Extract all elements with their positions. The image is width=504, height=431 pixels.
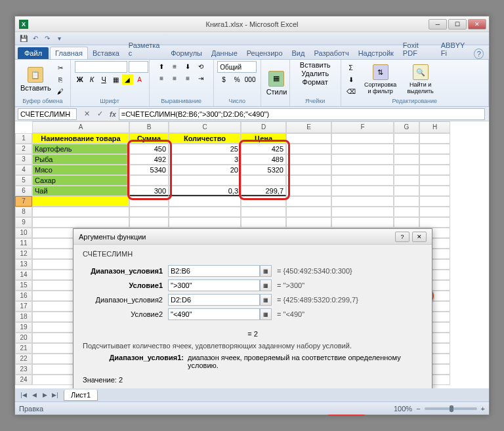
cell[interactable] bbox=[129, 196, 169, 207]
cell[interactable]: 425 bbox=[241, 144, 286, 154]
cell[interactable] bbox=[419, 217, 450, 228]
cell[interactable]: 489 bbox=[241, 154, 286, 165]
paste-button[interactable]: 📋 Вставить bbox=[19, 66, 52, 93]
row-header-23[interactable]: 23 bbox=[15, 364, 32, 375]
tab-formulas[interactable]: Формулы bbox=[166, 47, 207, 59]
range-select-icon[interactable]: ▦ bbox=[260, 294, 272, 306]
row-header-9[interactable]: 9 bbox=[15, 217, 32, 228]
cell[interactable] bbox=[394, 165, 419, 175]
arg-input-0[interactable] bbox=[168, 265, 260, 277]
row-header-7[interactable]: 7 bbox=[15, 196, 32, 207]
save-icon[interactable]: 💾 bbox=[19, 34, 28, 43]
cell[interactable] bbox=[331, 186, 394, 196]
row-header-19[interactable]: 19 bbox=[15, 322, 32, 333]
row-header-14[interactable]: 14 bbox=[15, 270, 32, 280]
cell[interactable] bbox=[241, 217, 286, 228]
fill-icon[interactable]: ◢ bbox=[122, 74, 133, 85]
row-header-5[interactable]: 5 bbox=[15, 175, 32, 186]
underline-icon[interactable]: Ч bbox=[98, 74, 109, 85]
cell[interactable] bbox=[129, 217, 169, 228]
format-painter-icon[interactable]: 🖌 bbox=[54, 86, 66, 96]
dialog-close-button[interactable]: ✕ bbox=[412, 232, 427, 242]
tab-data[interactable]: Данные bbox=[207, 47, 242, 59]
cell[interactable] bbox=[394, 207, 419, 217]
cell[interactable] bbox=[286, 196, 331, 207]
cell[interactable] bbox=[394, 217, 419, 228]
cell[interactable] bbox=[394, 186, 419, 196]
currency-icon[interactable]: $ bbox=[218, 74, 230, 85]
col-header-C[interactable]: C bbox=[169, 121, 241, 133]
cell[interactable]: Наименование товара bbox=[32, 133, 129, 144]
cell[interactable] bbox=[331, 217, 394, 228]
cell[interactable] bbox=[419, 165, 450, 175]
row-header-21[interactable]: 21 bbox=[15, 343, 32, 354]
format-cells-button[interactable]: Формат bbox=[303, 78, 328, 86]
range-select-icon[interactable]: ▦ bbox=[260, 308, 272, 320]
font-select[interactable] bbox=[75, 61, 127, 73]
cell[interactable] bbox=[32, 217, 129, 228]
sheet-tab-1[interactable]: Лист1 bbox=[64, 390, 98, 401]
align-center-icon[interactable]: ≡ bbox=[169, 73, 180, 83]
cell[interactable] bbox=[331, 196, 394, 207]
cell[interactable] bbox=[169, 196, 241, 207]
row-header-13[interactable]: 13 bbox=[15, 259, 32, 270]
cell[interactable] bbox=[331, 154, 394, 165]
insert-cells-button[interactable]: Вставить bbox=[300, 61, 331, 69]
row-header-18[interactable]: 18 bbox=[15, 312, 32, 322]
font-size[interactable] bbox=[129, 61, 148, 73]
row-header-6[interactable]: 6 bbox=[15, 186, 32, 196]
cell[interactable] bbox=[241, 196, 286, 207]
row-header-22[interactable]: 22 bbox=[15, 354, 32, 364]
sheet-prev-icon[interactable]: ◀ bbox=[30, 390, 39, 400]
arg-input-3[interactable] bbox=[168, 308, 260, 320]
copy-icon[interactable]: ⎘ bbox=[54, 74, 66, 85]
range-select-icon[interactable]: ▦ bbox=[260, 279, 272, 291]
cell[interactable] bbox=[394, 144, 419, 154]
row-header-1[interactable]: 1 bbox=[15, 133, 32, 144]
row-header-16[interactable]: 16 bbox=[15, 291, 32, 301]
cell[interactable] bbox=[286, 154, 331, 165]
find-select-button[interactable]: 🔍 Найти и выделить bbox=[402, 63, 440, 96]
cell[interactable] bbox=[331, 175, 394, 186]
clear-icon[interactable]: ⌫ bbox=[345, 86, 357, 96]
col-header-E[interactable]: E bbox=[286, 121, 331, 133]
cell[interactable] bbox=[394, 133, 419, 144]
cell[interactable]: 492 bbox=[129, 154, 169, 165]
cell[interactable] bbox=[394, 175, 419, 186]
align-top-icon[interactable]: ⬆ bbox=[156, 61, 167, 72]
cell[interactable]: 300 bbox=[129, 186, 169, 196]
row-header-3[interactable]: 3 bbox=[15, 154, 32, 165]
range-select-icon[interactable]: ▦ bbox=[260, 265, 272, 277]
cell[interactable] bbox=[241, 175, 286, 186]
row-header-17[interactable]: 17 bbox=[15, 301, 32, 312]
tab-addins[interactable]: Надстройк bbox=[354, 47, 398, 59]
tab-layout[interactable]: Разметка с bbox=[124, 39, 166, 59]
cell[interactable] bbox=[419, 133, 450, 144]
cell[interactable] bbox=[419, 186, 450, 196]
align-right-icon[interactable]: ≡ bbox=[182, 73, 194, 83]
undo-icon[interactable]: ↶ bbox=[31, 34, 40, 43]
sheet-first-icon[interactable]: |◀ bbox=[19, 390, 28, 400]
cell[interactable] bbox=[286, 207, 331, 217]
cell[interactable] bbox=[419, 154, 450, 165]
col-header-F[interactable]: F bbox=[331, 121, 394, 133]
cell[interactable] bbox=[169, 207, 241, 217]
cell[interactable] bbox=[129, 175, 169, 186]
cell[interactable] bbox=[286, 144, 331, 154]
redo-icon[interactable]: ↷ bbox=[43, 34, 52, 43]
cut-icon[interactable]: ✂ bbox=[54, 62, 66, 73]
cell[interactable] bbox=[419, 144, 450, 154]
cell[interactable] bbox=[286, 133, 331, 144]
cell[interactable]: 0,3 bbox=[169, 186, 241, 196]
fill-down-icon[interactable]: ⬇ bbox=[345, 74, 357, 85]
row-header-12[interactable]: 12 bbox=[15, 249, 32, 259]
row-header-2[interactable]: 2 bbox=[15, 144, 32, 154]
cell[interactable]: Рыба bbox=[32, 154, 129, 165]
cell[interactable]: Сумма bbox=[129, 133, 169, 144]
cell[interactable]: 3 bbox=[169, 154, 241, 165]
row-header-15[interactable]: 15 bbox=[15, 280, 32, 291]
tab-foxit[interactable]: Foxit PDF bbox=[398, 39, 436, 59]
cell[interactable] bbox=[419, 196, 450, 207]
italic-icon[interactable]: К bbox=[87, 74, 97, 85]
align-mid-icon[interactable]: ≡ bbox=[169, 61, 180, 72]
